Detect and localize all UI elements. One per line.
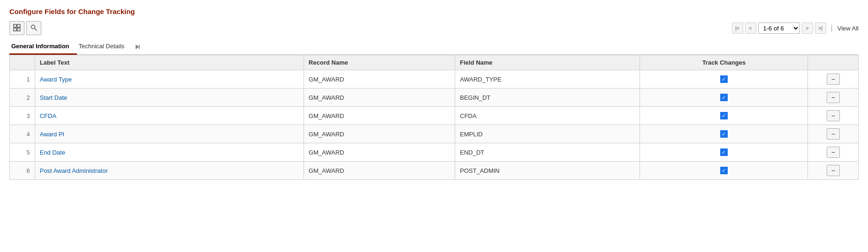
cell-action: −: [808, 143, 859, 162]
col-header-action: [808, 55, 859, 70]
cell-action: −: [808, 162, 859, 180]
cell-field-name: END_DT: [455, 143, 640, 162]
page-range-select[interactable]: 1-6 of 6: [758, 22, 800, 34]
cell-label-text: Award PI: [35, 125, 304, 143]
prev-page-button[interactable]: <: [745, 22, 756, 34]
row-number: 3: [10, 107, 35, 125]
pagination-divider: |: [831, 24, 833, 32]
cell-label-text: Post Award Administrator: [35, 162, 304, 180]
next-page-icon: >: [806, 25, 808, 31]
track-changes-checkbox[interactable]: [720, 130, 728, 138]
cell-field-name: BEGIN_DT: [455, 89, 640, 107]
cell-record-name: GM_AWARD: [304, 143, 455, 162]
cell-label-text: End Date: [35, 143, 304, 162]
cell-track-changes: [640, 125, 808, 143]
row-number: 5: [10, 143, 35, 162]
first-page-icon: |<: [735, 25, 739, 31]
cell-track-changes: [640, 162, 808, 180]
toolbar-left: [9, 21, 41, 35]
view-all-button[interactable]: View All: [838, 25, 859, 32]
first-page-button[interactable]: |<: [732, 22, 743, 34]
cell-action: −: [808, 125, 859, 143]
table-row: 4Award PIGM_AWARDEMPLID−: [10, 125, 859, 143]
table-row: 1Award TypeGM_AWARDAWARD_TYPE−: [10, 70, 859, 89]
tab-technical-details[interactable]: Technical Details: [77, 39, 132, 55]
col-header-track-changes: Track Changes: [640, 55, 808, 70]
track-changes-checkbox[interactable]: [720, 148, 728, 156]
remove-row-button[interactable]: −: [827, 165, 840, 176]
col-header-record-name: Record Name: [304, 55, 455, 70]
cell-field-name: POST_ADMIN: [455, 162, 640, 180]
prev-page-icon: <: [749, 25, 752, 31]
cell-action: −: [808, 107, 859, 125]
row-number: 6: [10, 162, 35, 180]
cell-label-text: Start Date: [35, 89, 304, 107]
cell-record-name: GM_AWARD: [304, 107, 455, 125]
toolbar: |< < 1-6 of 6 > >| | View All: [9, 21, 859, 35]
tabs: General Information Technical Details: [9, 39, 859, 55]
cell-field-name: AWARD_TYPE: [455, 70, 640, 89]
cell-track-changes: [640, 70, 808, 89]
tab-general-information[interactable]: General Information: [9, 39, 77, 55]
pagination: |< < 1-6 of 6 > >| | View All: [732, 22, 859, 34]
next-page-button[interactable]: >: [802, 22, 813, 34]
remove-row-button[interactable]: −: [827, 92, 840, 103]
row-number: 2: [10, 89, 35, 107]
data-table: Label Text Record Name Field Name Track …: [9, 55, 859, 180]
cell-record-name: GM_AWARD: [304, 70, 455, 89]
grid-icon: [13, 24, 21, 33]
table-row: 2Start DateGM_AWARDBEGIN_DT−: [10, 89, 859, 107]
svg-rect-1: [17, 24, 20, 27]
remove-row-button[interactable]: −: [827, 74, 840, 85]
cell-label-text: CFDA: [35, 107, 304, 125]
page-title: Configure Fields for Change Tracking: [9, 7, 859, 15]
tab-expand-icon[interactable]: [132, 39, 143, 54]
cell-record-name: GM_AWARD: [304, 89, 455, 107]
cell-field-name: EMPLID: [455, 125, 640, 143]
track-changes-checkbox[interactable]: [720, 167, 728, 174]
search-button[interactable]: [26, 21, 41, 35]
svg-rect-0: [14, 24, 16, 27]
table-row: 3CFDAGM_AWARDCFDA−: [10, 107, 859, 125]
svg-line-5: [35, 28, 37, 30]
track-changes-checkbox[interactable]: [720, 75, 728, 83]
remove-row-button[interactable]: −: [827, 128, 840, 140]
cell-action: −: [808, 89, 859, 107]
col-header-field-name: Field Name: [455, 55, 640, 70]
cell-track-changes: [640, 143, 808, 162]
table-header-row: Label Text Record Name Field Name Track …: [10, 55, 859, 70]
page-wrapper: Configure Fields for Change Tracking: [0, 0, 868, 252]
grid-view-button[interactable]: [9, 21, 24, 35]
remove-row-button[interactable]: −: [827, 147, 840, 158]
remove-row-button[interactable]: −: [827, 110, 840, 121]
cell-record-name: GM_AWARD: [304, 162, 455, 180]
svg-marker-6: [136, 44, 139, 49]
last-page-icon: >|: [818, 25, 822, 31]
track-changes-checkbox[interactable]: [720, 94, 728, 101]
table-row: 5End DateGM_AWARDEND_DT−: [10, 143, 859, 162]
search-icon: [30, 24, 37, 32]
cell-record-name: GM_AWARD: [304, 125, 455, 143]
cell-track-changes: [640, 89, 808, 107]
row-number: 1: [10, 70, 35, 89]
cell-action: −: [808, 70, 859, 89]
col-header-num: [10, 55, 35, 70]
last-page-button[interactable]: >|: [815, 22, 826, 34]
cell-track-changes: [640, 107, 808, 125]
row-number: 4: [10, 125, 35, 143]
table-row: 6Post Award AdministratorGM_AWARDPOST_AD…: [10, 162, 859, 180]
cell-label-text: Award Type: [35, 70, 304, 89]
col-header-label-text: Label Text: [35, 55, 304, 70]
track-changes-checkbox[interactable]: [720, 112, 728, 119]
svg-rect-3: [17, 28, 20, 31]
svg-rect-2: [14, 28, 16, 31]
cell-field-name: CFDA: [455, 107, 640, 125]
